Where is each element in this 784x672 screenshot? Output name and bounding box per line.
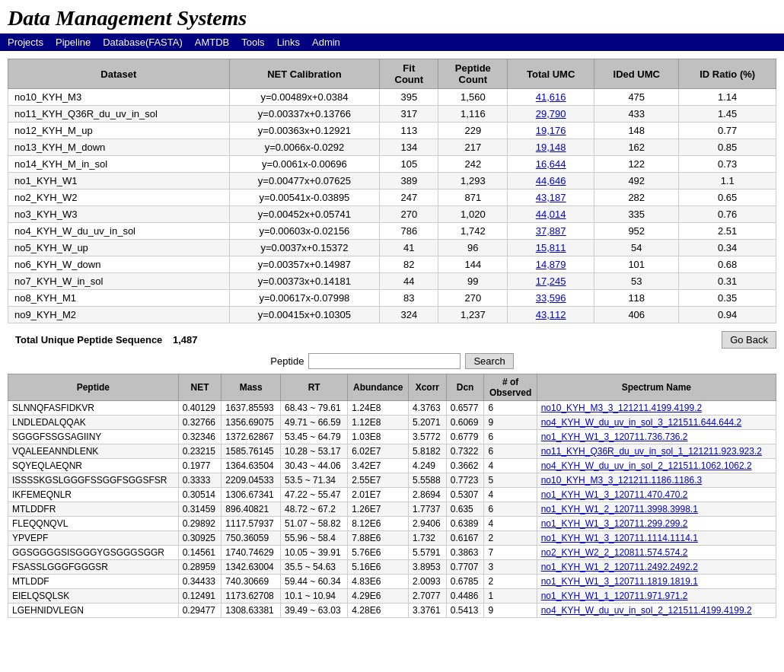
cell-peptide-name: ISSSSKGSLGGGFSSGGFSGGSFSR (8, 473, 179, 488)
nav-item-tools[interactable]: Tools (241, 37, 264, 48)
cell-peptide-count: 217 (438, 139, 508, 156)
cell-abundance: 1.03E8 (348, 430, 409, 444)
spectrum-link[interactable]: no10_KYH_M3_3_121211.4199.4199.2 (541, 403, 703, 413)
cell-net: 0.32346 (178, 430, 221, 444)
cell-rt: 10.28 ~ 53.17 (280, 444, 347, 459)
cell-mass: 1308.63381 (221, 604, 281, 618)
main-content: Dataset NET Calibration FitCount Peptide… (0, 51, 784, 626)
spectrum-link[interactable]: no11_KYH_Q36R_du_uv_in_sol_1_121211.923.… (541, 446, 762, 457)
spectrum-link[interactable]: no4_KYH_W_du_uv_in_sol_2_121511.1062.106… (541, 460, 752, 471)
cell-fit: 786 (380, 223, 438, 240)
search-row: Peptide Search (8, 353, 776, 369)
total-umc-link[interactable]: 29,790 (536, 108, 566, 119)
total-umc-link[interactable]: 43,187 (536, 192, 566, 203)
nav-item-admin[interactable]: Admin (312, 37, 340, 48)
cell-peptide-name: EIELQSQLSK (8, 589, 179, 604)
cell-peptide-name: GGSGGGGSISGGGYGSGGGSGGR (8, 546, 179, 560)
cell-mass: 1173.62708 (221, 589, 281, 604)
navigation-bar: ProjectsPipelineDatabase(FASTA)AMTDBTool… (0, 33, 784, 51)
spectrum-link[interactable]: no4_KYH_W_du_uv_in_sol_2_121511.4199.419… (541, 605, 752, 616)
nav-item-projects[interactable]: Projects (8, 37, 43, 48)
cell-rt: 39.49 ~ 63.03 (280, 604, 347, 618)
total-umc-link[interactable]: 43,112 (536, 309, 566, 320)
spectrum-link[interactable]: no1_KYH_W1_3_120711.736.736.2 (541, 432, 688, 442)
cell-observed: 4 (484, 517, 537, 531)
cell-id-ratio: 2.51 (679, 223, 776, 240)
peptide-row: MTLDDF0.34433740.3066959.44 ~ 60.344.83E… (8, 575, 776, 589)
cell-peptide-count: 242 (438, 156, 508, 173)
cell-abundance: 1.12E8 (348, 416, 409, 430)
table-row: no8_KYH_M1y=0.00617x-0.079988327033,5961… (8, 290, 776, 307)
cell-total-umc: 29,790 (508, 106, 594, 123)
spectrum-link[interactable]: no1_KYH_W1_3_120711.470.470.2 (541, 489, 688, 500)
peptide-row: LGEHNIDVLEGN0.294771308.6338139.49 ~ 63.… (8, 604, 776, 618)
cell-net: 0.29477 (178, 604, 221, 618)
cell-dcn: 0.6069 (446, 416, 484, 430)
cell-xcorr: 5.5791 (408, 546, 446, 560)
cell-id-ratio: 0.76 (679, 206, 776, 223)
cell-net: y=0.00452x+0.05741 (229, 206, 379, 223)
cell-rt: 10.1 ~ 10.94 (280, 589, 347, 604)
table-row: no12_KYH_M_upy=0.00363x+0.1292111322919,… (8, 123, 776, 139)
cell-spectrum: no1_KYH_W1_3_120711.299.299.2 (537, 517, 776, 531)
spectrum-link[interactable]: no10_KYH_M3_3_121211.1186.1186.3 (541, 475, 703, 486)
cell-spectrum: no4_KYH_W_du_uv_in_sol_2_121511.1062.106… (537, 459, 776, 473)
total-umc-link[interactable]: 19,176 (536, 125, 566, 136)
total-umc-link[interactable]: 41,616 (536, 91, 566, 103)
spectrum-link[interactable]: no1_KYH_W1_3_120711.1114.1114.1 (541, 533, 698, 543)
peptide-row: SQYEQLAEQNR0.19771364.6350430.43 ~ 44.06… (8, 459, 776, 473)
go-back-button[interactable]: Go Back (722, 331, 776, 349)
cell-fit: 134 (380, 139, 438, 156)
total-umc-link[interactable]: 33,596 (536, 292, 566, 304)
search-input[interactable] (308, 353, 461, 369)
cell-peptide-name: MTLDDF (8, 575, 179, 589)
total-umc-link[interactable]: 44,014 (536, 209, 566, 220)
cell-id-ratio: 0.68 (679, 256, 776, 273)
spectrum-link[interactable]: no1_KYH_W1_1_120711.971.971.2 (541, 591, 688, 601)
nav-item-pipeline[interactable]: Pipeline (56, 37, 91, 48)
cell-abundance: 7.88E6 (348, 531, 409, 546)
pcol-mass: Mass (221, 374, 281, 401)
cell-total-umc: 44,646 (508, 173, 594, 189)
cell-net: 0.31459 (178, 502, 221, 517)
cell-peptide-count: 1,020 (438, 206, 508, 223)
spectrum-link[interactable]: no4_KYH_W_du_uv_in_sol_3_121511.644.644.… (541, 417, 742, 428)
cell-xcorr: 3.8953 (408, 560, 446, 575)
cell-peptide-count: 99 (438, 273, 508, 290)
cell-dcn: 0.635 (446, 502, 484, 517)
total-umc-link[interactable]: 14,879 (536, 259, 566, 270)
cell-abundance: 4.29E6 (348, 589, 409, 604)
total-umc-link[interactable]: 17,245 (536, 275, 566, 287)
cell-abundance: 5.16E6 (348, 560, 409, 575)
cell-mass: 740.30669 (221, 575, 281, 589)
total-umc-link[interactable]: 16,644 (536, 158, 566, 170)
nav-item-amtdb[interactable]: AMTDB (195, 37, 230, 48)
spectrum-link[interactable]: no1_KYH_W1_3_120711.299.299.2 (541, 518, 688, 529)
nav-item-database-fasta-[interactable]: Database(FASTA) (103, 37, 183, 48)
cell-peptide-name: SGGGFSSGSAGIINY (8, 430, 179, 444)
total-umc-link[interactable]: 15,811 (536, 242, 566, 253)
total-umc-link[interactable]: 44,646 (536, 175, 566, 186)
cell-peptide-count: 1,116 (438, 106, 508, 123)
cell-ided-umc: 118 (594, 290, 679, 307)
spectrum-link[interactable]: no1_KYH_W1_3_120711.1819.1819.1 (541, 576, 698, 587)
cell-id-ratio: 0.94 (679, 307, 776, 323)
cell-id-ratio: 0.85 (679, 139, 776, 156)
spectrum-link[interactable]: no1_KYH_W1_2_120711.3998.3998.1 (541, 504, 698, 514)
nav-item-links[interactable]: Links (277, 37, 300, 48)
total-umc-link[interactable]: 37,887 (536, 225, 566, 237)
cell-id-ratio: 1.14 (679, 89, 776, 106)
cell-peptide-name: YPVEPF (8, 531, 179, 546)
cell-dataset: no1_KYH_W1 (8, 173, 230, 189)
cell-net: 0.30514 (178, 488, 221, 502)
spectrum-link[interactable]: no2_KYH_W2_2_120811.574.574.2 (541, 547, 688, 558)
cell-abundance: 6.02E7 (348, 444, 409, 459)
cell-dataset: no10_KYH_M3 (8, 89, 230, 106)
cell-total-umc: 19,148 (508, 139, 594, 156)
cell-net: 0.14561 (178, 546, 221, 560)
total-umc-link[interactable]: 19,148 (536, 142, 566, 153)
cell-id-ratio: 0.31 (679, 273, 776, 290)
search-button[interactable]: Search (465, 353, 513, 369)
spectrum-link[interactable]: no1_KYH_W1_2_120711.2492.2492.2 (541, 562, 698, 572)
cell-net: y=0.00373x+0.14181 (229, 273, 379, 290)
